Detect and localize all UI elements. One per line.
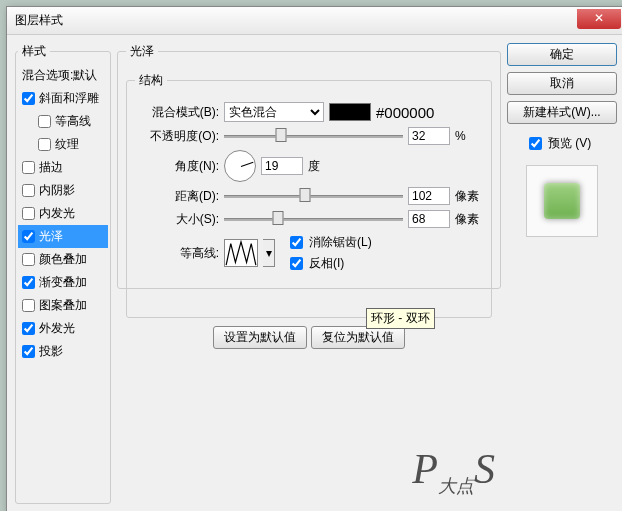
opacity-unit: % (455, 129, 483, 143)
style-item-checkbox[interactable] (22, 230, 35, 243)
cancel-button[interactable]: 取消 (507, 72, 617, 95)
watermark: P大点S (412, 445, 495, 498)
style-item-label: 描边 (39, 159, 63, 176)
distance-input[interactable] (408, 187, 450, 205)
style-item-label: 内发光 (39, 205, 75, 222)
distance-unit: 像素 (455, 188, 483, 205)
style-item[interactable]: 描边 (18, 156, 108, 179)
close-button[interactable]: ✕ (577, 9, 621, 29)
contour-picker[interactable] (224, 239, 258, 267)
style-item[interactable]: 投影 (18, 340, 108, 363)
style-item-label: 投影 (39, 343, 63, 360)
angle-dial[interactable] (224, 150, 256, 182)
style-item-checkbox[interactable] (22, 322, 35, 335)
style-item[interactable]: 斜面和浮雕 (18, 87, 108, 110)
contour-dropdown[interactable]: ▾ (263, 239, 275, 267)
preview-checkbox[interactable]: 预览 (V) (525, 134, 591, 153)
reset-default-button[interactable]: 复位为默认值 (311, 326, 405, 349)
blend-mode-label: 混合模式(B): (135, 104, 219, 121)
antialias-checkbox[interactable]: 消除锯齿(L) (286, 233, 372, 252)
style-item-label: 等高线 (55, 113, 91, 130)
style-item[interactable]: 等高线 (18, 110, 108, 133)
make-default-button[interactable]: 设置为默认值 (213, 326, 307, 349)
opacity-label: 不透明度(O): (135, 128, 219, 145)
style-item-checkbox[interactable] (22, 207, 35, 220)
style-item[interactable]: 光泽 (18, 225, 108, 248)
size-slider[interactable] (224, 210, 403, 228)
ok-button[interactable]: 确定 (507, 43, 617, 66)
satin-group: 光泽 结构 混合模式(B): 实色混合 #000000 不透明度(O): (117, 43, 501, 289)
size-unit: 像素 (455, 211, 483, 228)
style-item-checkbox[interactable] (22, 92, 35, 105)
angle-input[interactable] (261, 157, 303, 175)
preview-thumbnail (526, 165, 598, 237)
style-item[interactable]: 内阴影 (18, 179, 108, 202)
style-item-label: 混合选项:默认 (22, 67, 97, 84)
distance-label: 距离(D): (135, 188, 219, 205)
style-item-checkbox[interactable] (22, 253, 35, 266)
style-item[interactable]: 图案叠加 (18, 294, 108, 317)
contour-tooltip: 环形 - 双环 (366, 308, 435, 329)
new-style-button[interactable]: 新建样式(W)... (507, 101, 617, 124)
style-item-checkbox[interactable] (38, 115, 51, 128)
contour-label: 等高线: (135, 245, 219, 262)
style-item-checkbox[interactable] (22, 276, 35, 289)
style-item-label: 颜色叠加 (39, 251, 87, 268)
style-item[interactable]: 渐变叠加 (18, 271, 108, 294)
styles-header: 样式 (18, 43, 50, 60)
style-item-label: 图案叠加 (39, 297, 87, 314)
style-item[interactable]: 混合选项:默认 (18, 64, 108, 87)
style-item-label: 内阴影 (39, 182, 75, 199)
satin-group-title: 光泽 (126, 43, 158, 60)
titlebar: 图层样式 ✕ (7, 7, 622, 35)
size-label: 大小(S): (135, 211, 219, 228)
angle-label: 角度(N): (135, 158, 219, 175)
style-item[interactable]: 颜色叠加 (18, 248, 108, 271)
style-item-label: 纹理 (55, 136, 79, 153)
style-item-label: 外发光 (39, 320, 75, 337)
style-item-label: 渐变叠加 (39, 274, 87, 291)
style-item-checkbox[interactable] (22, 161, 35, 174)
style-item-label: 斜面和浮雕 (39, 90, 99, 107)
style-item-checkbox[interactable] (22, 345, 35, 358)
style-item-checkbox[interactable] (22, 299, 35, 312)
styles-panel: 样式 混合选项:默认斜面和浮雕等高线纹理描边内阴影内发光光泽颜色叠加渐变叠加图案… (15, 43, 111, 504)
style-item[interactable]: 外发光 (18, 317, 108, 340)
opacity-slider[interactable] (224, 127, 403, 145)
style-item-label: 光泽 (39, 228, 63, 245)
style-item[interactable]: 内发光 (18, 202, 108, 225)
blend-mode-select[interactable]: 实色混合 (224, 102, 324, 122)
style-item-checkbox[interactable] (38, 138, 51, 151)
structure-group: 结构 混合模式(B): 实色混合 #000000 不透明度(O): % (126, 72, 492, 318)
angle-unit: 度 (308, 158, 336, 175)
window-title: 图层样式 (15, 12, 577, 29)
color-hex: #000000 (376, 104, 434, 121)
style-item-checkbox[interactable] (22, 184, 35, 197)
color-swatch[interactable] (329, 103, 371, 121)
style-item[interactable]: 纹理 (18, 133, 108, 156)
distance-slider[interactable] (224, 187, 403, 205)
opacity-input[interactable] (408, 127, 450, 145)
structure-title: 结构 (135, 72, 167, 89)
invert-checkbox[interactable]: 反相(I) (286, 254, 372, 273)
size-input[interactable] (408, 210, 450, 228)
